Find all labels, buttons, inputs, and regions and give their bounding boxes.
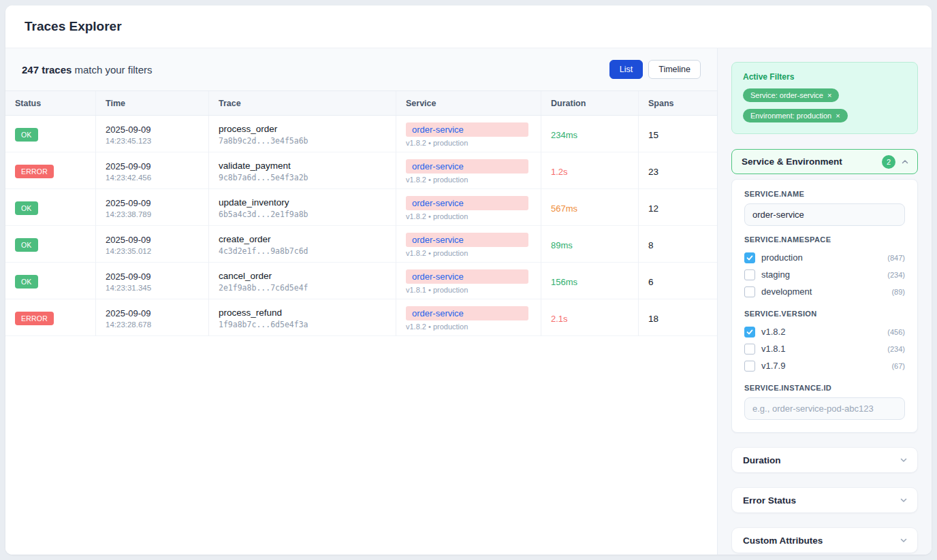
checkbox-row-production[interactable]: production (847) <box>744 249 905 266</box>
trace-time: 14:23:31.345 <box>106 284 199 292</box>
accordion-custom-attributes[interactable]: Custom Attributes <box>731 527 918 553</box>
status-badge: ERROR <box>15 312 54 325</box>
option-count: (847) <box>887 254 905 262</box>
service-instance-id-input[interactable] <box>744 397 905 420</box>
trace-date: 2025-09-09 <box>106 235 199 245</box>
trace-id: 2e1f9a8b...7c6d5e4f <box>219 283 386 293</box>
span-count: 15 <box>648 130 708 140</box>
column-header-trace: Trace <box>209 91 396 115</box>
table-row[interactable]: OK 2025-09-0914:23:35.012 create_order4c… <box>5 226 717 263</box>
remove-filter-icon[interactable]: × <box>836 112 840 120</box>
service-namespace-label: SERVICE.NAMESPACE <box>744 235 905 244</box>
service-name-highlight: order-service <box>406 306 528 320</box>
trace-date: 2025-09-09 <box>106 125 199 135</box>
option-count: (67) <box>891 362 905 370</box>
option-count: (234) <box>887 345 905 353</box>
service-version-label: SERVICE.VERSION <box>744 310 905 318</box>
checkbox-label: staging <box>761 269 881 280</box>
remove-filter-icon[interactable]: × <box>827 92 831 99</box>
trace-duration: 234ms <box>551 130 629 140</box>
status-badge: OK <box>15 201 38 215</box>
traces-main-panel: 247 tracesmatch your filters List Timeli… <box>5 48 717 555</box>
filter-chip-service[interactable]: Service: order-service × <box>743 88 839 102</box>
table-row[interactable]: ERROR 2025-09-0914:23:28.678 process_ref… <box>5 299 717 336</box>
service-meta: v1.8.2 • production <box>406 176 531 184</box>
trace-time: 14:23:42.456 <box>106 174 199 182</box>
checkbox-row-development[interactable]: development (89) <box>744 283 905 300</box>
trace-duration: 2.1s <box>551 314 629 324</box>
checkbox-row-staging[interactable]: staging (234) <box>744 266 905 283</box>
checkbox-row-v1-7-9[interactable]: v1.7.9 (67) <box>744 357 905 374</box>
column-header-duration: Duration <box>541 91 639 115</box>
service-name-input[interactable] <box>744 203 905 226</box>
timeline-view-button[interactable]: Timeline <box>648 60 701 79</box>
service-environment-filter-body: SERVICE.NAME SERVICE.NAMESPACE productio… <box>731 179 918 433</box>
trace-name: process_refund <box>219 308 386 318</box>
service-name-label: SERVICE.NAME <box>744 190 905 198</box>
service-name-highlight: order-service <box>406 122 528 137</box>
trace-id: 1f9a8b7c...6d5e4f3a <box>219 320 386 329</box>
service-instance-id-label: SERVICE.INSTANCE.ID <box>744 384 905 392</box>
column-header-time: Time <box>96 91 209 115</box>
accordion-title: Service & Environment <box>742 157 842 167</box>
checkbox-unchecked-icon[interactable] <box>744 361 755 372</box>
checkbox-label: v1.7.9 <box>761 361 885 371</box>
trace-time: 14:23:38.789 <box>106 210 199 218</box>
checkbox-unchecked-icon[interactable] <box>744 344 755 355</box>
view-toggle: List Timeline <box>609 60 701 79</box>
results-toolbar: 247 tracesmatch your filters List Timeli… <box>5 48 717 91</box>
table-row[interactable]: OK 2025-09-0914:23:38.789 update_invento… <box>5 189 717 226</box>
trace-duration: 156ms <box>551 277 629 287</box>
trace-date: 2025-09-09 <box>106 308 199 318</box>
trace-id: 7a8b9c2d...3e4f5a6b <box>219 136 386 146</box>
status-badge: ERROR <box>15 165 54 178</box>
chevron-down-icon <box>900 496 908 504</box>
trace-time: 14:23:35.012 <box>106 247 199 255</box>
option-count: (456) <box>887 328 905 336</box>
chevron-up-icon <box>901 158 909 166</box>
trace-name: create_order <box>219 234 386 244</box>
trace-duration: 567ms <box>551 203 629 214</box>
service-name-highlight: order-service <box>406 159 528 174</box>
accordion-service-environment[interactable]: Service & Environment 2 <box>731 149 918 174</box>
column-header-service: Service <box>396 91 541 115</box>
table-row[interactable]: OK 2025-09-0914:23:45.123 process_order7… <box>5 116 717 152</box>
span-count: 8 <box>648 240 708 250</box>
checkbox-label: production <box>761 252 881 263</box>
trace-date: 2025-09-09 <box>106 161 199 171</box>
accordion-title: Custom Attributes <box>743 536 823 546</box>
column-header-status: Status <box>5 91 96 115</box>
chevron-down-icon <box>900 456 908 464</box>
trace-date: 2025-09-09 <box>106 198 199 208</box>
trace-duration: 1.2s <box>551 167 629 177</box>
checkbox-unchecked-icon[interactable] <box>744 269 755 280</box>
checkbox-checked-icon[interactable] <box>744 327 755 337</box>
results-suffix: match your filters <box>74 64 152 76</box>
accordion-title: Duration <box>743 455 781 465</box>
service-name-highlight: order-service <box>406 233 528 247</box>
trace-time: 14:23:28.678 <box>106 320 199 329</box>
table-row[interactable]: ERROR 2025-09-0914:23:42.456 validate_pa… <box>5 152 717 189</box>
trace-id: 9c8b7a6d...5e4f3a2b <box>219 173 386 182</box>
accordion-error-status[interactable]: Error Status <box>731 487 918 513</box>
checkbox-unchecked-icon[interactable] <box>744 286 755 297</box>
app-header: Traces Explorer <box>5 5 932 48</box>
checkbox-row-v1-8-2[interactable]: v1.8.2 (456) <box>744 323 905 340</box>
accordion-duration[interactable]: Duration <box>731 447 918 473</box>
service-meta: v1.8.1 • production <box>406 286 531 294</box>
checkbox-checked-icon[interactable] <box>744 252 755 263</box>
checkbox-label: v1.8.2 <box>761 327 881 337</box>
service-meta: v1.8.2 • production <box>406 139 531 147</box>
column-header-spans: Spans <box>639 91 717 115</box>
service-meta: v1.8.2 • production <box>406 249 531 257</box>
filter-chip-environment[interactable]: Environment: production × <box>743 109 848 122</box>
traces-explorer-window: Traces Explorer 247 tracesmatch your fil… <box>5 5 932 555</box>
accordion-title: Error Status <box>743 495 796 506</box>
trace-name: update_inventory <box>219 197 386 208</box>
checkbox-row-v1-8-1[interactable]: v1.8.1 (234) <box>744 340 905 357</box>
filters-sidebar: Active Filters Service: order-service × … <box>717 48 932 555</box>
list-view-button[interactable]: List <box>609 60 643 79</box>
table-row[interactable]: OK 2025-09-0914:23:31.345 cancel_order2e… <box>5 263 717 299</box>
trace-id: 6b5a4c3d...2e1f9a8b <box>219 210 386 219</box>
trace-duration: 89ms <box>551 240 629 250</box>
